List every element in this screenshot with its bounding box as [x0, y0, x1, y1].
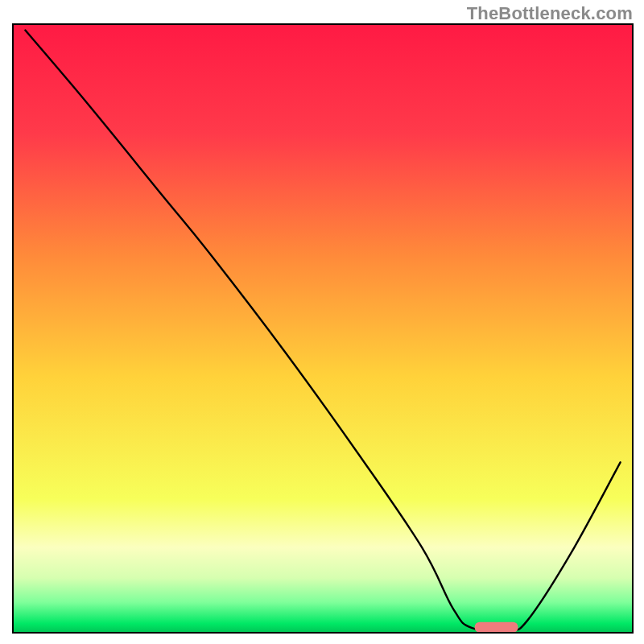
chart-stage: TheBottleneck.com — [0, 0, 644, 644]
plot-background — [13, 24, 633, 633]
watermark-text: TheBottleneck.com — [467, 3, 633, 24]
chart-svg — [0, 0, 644, 644]
optimal-zone-marker — [475, 622, 518, 633]
